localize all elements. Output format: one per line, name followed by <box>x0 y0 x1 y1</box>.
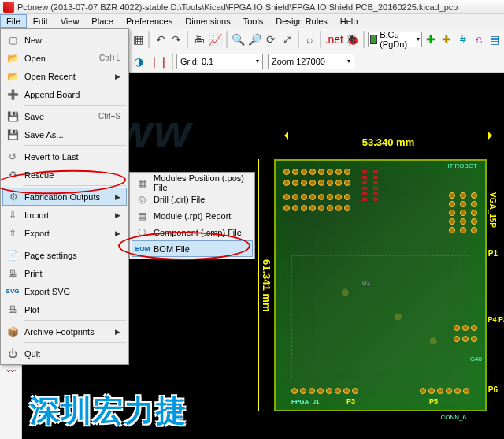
menu-item-label: Archive Footprints <box>24 327 94 337</box>
print-button[interactable]: 🖶 <box>191 30 206 49</box>
quit-icon: ⏻ <box>6 347 20 361</box>
menu-separator <box>24 185 126 186</box>
menu-item-new[interactable]: ▢New <box>2 31 127 49</box>
chevron-right-icon: ▶ <box>115 193 120 201</box>
submenu-item-bom-file[interactable]: BOMBOM File <box>132 240 253 257</box>
chevron-right-icon: ▶ <box>115 211 120 219</box>
layer-selector[interactable]: B.Cu (PgDn) ▾ <box>368 32 421 47</box>
menu-item-open-recent[interactable]: 📂Open Recent▶ <box>2 67 127 85</box>
undo-button[interactable]: ↶ <box>153 30 167 49</box>
menu-item-import[interactable]: ⇩Import▶ <box>2 206 127 224</box>
zoom-selector[interactable]: Zoom 127000 ▾ <box>268 54 354 69</box>
menu-item-label: Export SVG <box>24 287 70 296</box>
menu-item-label: Append Board <box>24 90 80 99</box>
netlist-button[interactable]: .net <box>324 30 343 49</box>
router-button[interactable]: # <box>456 30 470 49</box>
zoom-fit-button[interactable]: ⤢ <box>280 30 294 49</box>
fab-icon: ⚙ <box>6 190 20 204</box>
via-button[interactable]: ◑ <box>129 52 148 71</box>
separator <box>363 31 365 48</box>
open-icon: 📂 <box>6 51 20 65</box>
overlay-brand-text: 深圳宏力捷 <box>30 391 187 431</box>
zoom-out-button[interactable]: 🔎 <box>247 30 262 49</box>
grid-selector[interactable]: Grid: 0.1 ▾ <box>176 54 263 69</box>
bom-icon: BOM <box>135 242 150 256</box>
zoom-redraw-button[interactable]: ⟳ <box>264 30 278 49</box>
menu-item-label: Export <box>24 229 50 238</box>
menu-shortcut: Ctrl+L <box>99 54 120 62</box>
titlebar: Pcbnew (2013-07-07 BZR 4022)-stable D:\T… <box>0 0 504 14</box>
app-icon <box>3 2 14 13</box>
menu-tools[interactable]: Tools <box>237 14 270 28</box>
submenu-item-drill-drl-file[interactable]: ◎Drill (.drl) File <box>132 191 253 207</box>
menu-item-append-board[interactable]: ➕Append Board <box>2 85 127 103</box>
submenu-item-modules-position-pos-file[interactable]: ▦Modules Position (.pos) File <box>132 174 253 191</box>
find-button[interactable]: ⌕ <box>302 30 317 49</box>
menu-file[interactable]: File <box>0 14 27 28</box>
menu-item-page-settings[interactable]: 📄Page settings <box>2 246 127 264</box>
menu-item-open[interactable]: 📂OpenCtrl+L <box>2 49 127 67</box>
microwave-toolbar-icon[interactable]: 〰 <box>2 363 20 380</box>
menu-item-save-as-[interactable]: 💾Save As... <box>2 125 127 143</box>
rpt-icon: ▤ <box>135 209 149 223</box>
menu-item-export-svg[interactable]: SVGExport SVG <box>2 282 127 300</box>
menu-item-label: Plot <box>24 305 39 314</box>
rescue-icon: ♻ <box>6 168 20 182</box>
new-icon: ▢ <box>6 33 20 47</box>
silk-p3: P3 <box>346 397 355 405</box>
menu-item-revert-to-last[interactable]: ↺Revert to Last <box>2 147 127 166</box>
submenu-item-label: BOM File <box>154 244 190 254</box>
menu-item-fabrication-outputs[interactable]: ⚙Fabrication Outputs▶ <box>2 188 127 206</box>
menu-item-save[interactable]: 💾SaveCtrl+S <box>2 107 127 125</box>
export-icon: ⇧ <box>6 226 20 240</box>
submenu-item-module-rpt-report[interactable]: ▤Module (.rpt) Report <box>132 207 253 224</box>
save-as-icon: 💾 <box>6 128 20 142</box>
menu-preferences[interactable]: Preferences <box>120 14 179 28</box>
menu-design-rules[interactable]: Design Rules <box>269 14 333 28</box>
submenu-item-component-cmp-file[interactable]: ⎔Component (.cmp) File <box>132 224 253 240</box>
plot-icon: 🖶 <box>6 303 20 317</box>
menu-item-label: Revert to Last <box>24 152 78 162</box>
menu-separator <box>24 320 126 321</box>
menu-place[interactable]: Place <box>85 14 120 28</box>
menu-item-label: Page settings <box>24 251 77 260</box>
zoom-in-button[interactable]: 🔍 <box>231 30 246 49</box>
menu-item-print[interactable]: 🖶Print <box>2 264 127 282</box>
trackwidth-button[interactable]: ❘❘ <box>150 52 169 71</box>
freeroute-button[interactable]: ⎌ <box>472 30 486 49</box>
menu-dimensions[interactable]: Dimensions <box>179 14 236 28</box>
silk-vga: VGA_15P <box>485 192 499 246</box>
mode-track-button[interactable]: ✚ <box>439 30 454 49</box>
layer-color-swatch <box>370 35 377 44</box>
print-icon: 🖶 <box>6 266 20 281</box>
mode-footprint-button[interactable]: ✚ <box>424 30 438 49</box>
menu-item-quit[interactable]: ⏻Quit <box>2 344 127 363</box>
menu-view[interactable]: View <box>54 14 86 28</box>
menu-item-plot[interactable]: 🖶Plot <box>2 300 127 318</box>
plot-button[interactable]: 📈 <box>208 30 223 49</box>
menu-item-label: Quit <box>24 349 40 359</box>
menu-item-label: Save <box>24 112 44 121</box>
menu-edit[interactable]: Edit <box>27 14 54 28</box>
redo-button[interactable]: ↷ <box>169 30 183 49</box>
window-title: Pcbnew (2013-07-07 BZR 4022)-stable D:\T… <box>17 2 458 12</box>
menu-item-rescue[interactable]: ♻Rescue <box>2 166 127 184</box>
chevron-down-icon: ▾ <box>347 58 350 65</box>
menu-item-label: Open <box>24 54 46 63</box>
pos-icon: ▦ <box>135 176 149 190</box>
menu-item-label: Open Recent <box>24 72 76 81</box>
menu-item-export[interactable]: ⇧Export▶ <box>2 224 127 242</box>
scripting-button[interactable]: ▤ <box>488 30 502 49</box>
silk-title: IT ROBOT <box>447 162 477 169</box>
menu-item-archive-footprints[interactable]: 📦Archive Footprints▶ <box>2 322 127 340</box>
pcb-board[interactable]: IT ROBOT VGA_15P P1 P4 P2 P6 P3 P5 FPGA_… <box>274 159 487 411</box>
module-editor-button[interactable]: ▦ <box>131 30 145 49</box>
drill-icon: ◎ <box>135 192 149 206</box>
chevron-right-icon: ▶ <box>115 328 120 336</box>
menu-help[interactable]: Help <box>334 14 365 28</box>
menu-item-label: Fabrication Outputs <box>24 192 100 202</box>
menu-shortcut: Ctrl+S <box>98 112 120 121</box>
chevron-down-icon: ▾ <box>417 35 420 43</box>
drc-button[interactable]: 🐞 <box>345 30 360 49</box>
submenu-item-label: Module (.rpt) Report <box>154 211 231 221</box>
